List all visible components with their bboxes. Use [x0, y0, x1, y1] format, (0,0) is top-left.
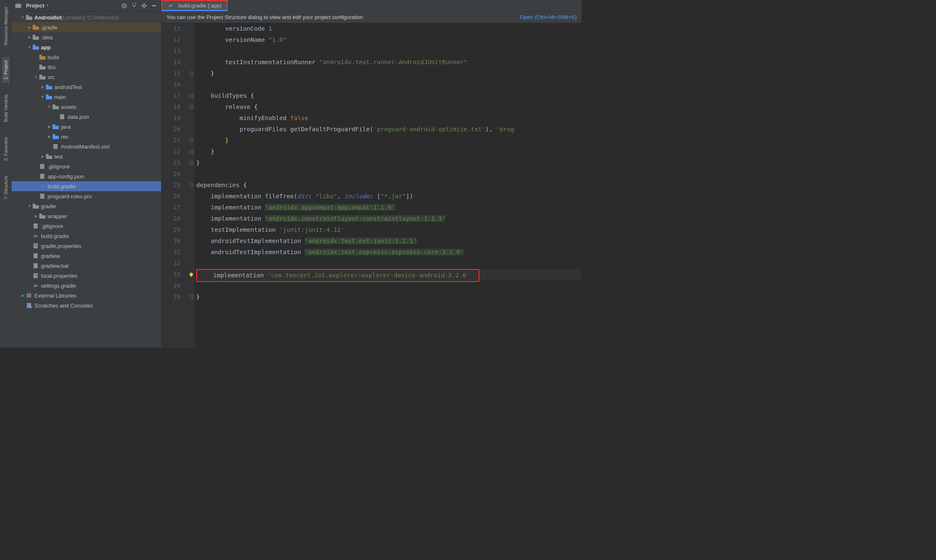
code-line[interactable]: versionName "1.0" — [196, 34, 582, 46]
line-number[interactable]: 35 — [161, 291, 180, 303]
gutter-tab[interactable]: 2: Favorites — [2, 134, 10, 164]
tree-file[interactable]: ▶build.gradle — [12, 181, 161, 191]
fold-marker[interactable] — [188, 146, 195, 157]
line-number[interactable]: 23 — [161, 157, 180, 168]
code-line[interactable]: proguardFiles getDefaultProguardFile('pr… — [196, 124, 582, 135]
project-tree[interactable]: ▼AndroidIot [Location]C:\AndroidIot▶.gra… — [12, 12, 161, 348]
line-number[interactable]: 25 — [161, 180, 180, 191]
gutter-tab[interactable]: 7: Structure — [2, 173, 10, 203]
code-line[interactable]: implementation 'androidx.appcompat:appco… — [196, 202, 582, 213]
expand-arrow-icon[interactable]: ▼ — [46, 105, 52, 109]
info-link[interactable]: Open (Ctrl+Alt+Shift+S) — [520, 14, 577, 20]
code-line[interactable] — [196, 168, 582, 180]
code-line[interactable]: implementation 'com.tencent.iot.explorer… — [196, 269, 582, 280]
gutter-tab[interactable]: 1: Project — [2, 57, 10, 83]
line-number[interactable]: 22 — [161, 146, 180, 157]
line-number[interactable]: 13 — [161, 46, 180, 57]
code-line[interactable]: implementation fileTree(dir: "libs", inc… — [196, 191, 582, 202]
expand-arrow-icon[interactable]: ▶ — [26, 25, 32, 29]
line-number[interactable]: 17 — [161, 90, 180, 101]
tree-folder[interactable]: ▼gradle — [12, 201, 161, 211]
tree-file[interactable]: ▶{}app-config.json — [12, 171, 161, 181]
code-line[interactable]: release { — [196, 101, 582, 113]
tree-file[interactable]: ▶proguard-rules.pro — [12, 191, 161, 201]
tree-file[interactable]: ▶{}data.json — [12, 112, 161, 122]
expand-arrow-icon[interactable]: ▶ — [46, 135, 52, 139]
code-line[interactable]: versionCode 1 — [196, 23, 582, 34]
code-line[interactable]: } — [196, 68, 582, 79]
code-line[interactable]: testInstrumentationRunner "androidx.test… — [196, 57, 582, 68]
gutter-tab[interactable]: Resource Manager — [2, 3, 10, 49]
intention-bulb-icon[interactable] — [188, 269, 195, 280]
expand-arrow-icon[interactable]: ▶ — [20, 293, 26, 298]
tree-folder[interactable]: ▶test — [12, 151, 161, 161]
tree-folder[interactable]: ▶wrapper — [12, 211, 161, 221]
code-line[interactable]: } — [196, 291, 582, 303]
tree-folder[interactable]: ▼app — [12, 42, 161, 52]
expand-arrow-icon[interactable]: ▶ — [40, 85, 46, 89]
line-number[interactable]: 21 — [161, 135, 180, 146]
line-number[interactable]: 16 — [161, 79, 180, 90]
tree-folder[interactable]: ▶build — [12, 52, 161, 62]
sidebar-mode[interactable]: Project ▼ — [26, 2, 49, 9]
line-number[interactable]: 18 — [161, 101, 180, 113]
code-line[interactable]: testImplementation 'junit:junit:4.12' — [196, 224, 582, 236]
line-gutter[interactable]: 1112131415161718192021222324252627282930… — [161, 23, 188, 348]
line-number[interactable]: 12 — [161, 34, 180, 46]
expand-arrow-icon[interactable]: ▶ — [46, 125, 52, 129]
tree-folder[interactable]: ▶libs — [12, 62, 161, 72]
line-number[interactable]: 26 — [161, 191, 180, 202]
expand-arrow-icon[interactable]: ▶ — [33, 214, 39, 218]
code-line[interactable] — [196, 258, 582, 269]
tree-folder[interactable]: ▶java — [12, 122, 161, 132]
code-line[interactable]: minifyEnabled false — [196, 113, 582, 124]
tree-file[interactable]: ▶local.properties — [12, 271, 161, 281]
fold-marker[interactable] — [188, 101, 195, 113]
code-line[interactable] — [196, 79, 582, 90]
tree-folder[interactable]: ▶External Libraries — [12, 291, 161, 300]
gutter-tab[interactable]: Build Variants — [2, 91, 10, 125]
line-number[interactable]: 31 — [161, 247, 180, 258]
expand-arrow-icon[interactable]: ▼ — [40, 95, 46, 99]
tree-folder[interactable]: ▶.idea — [12, 32, 161, 42]
tree-file[interactable]: ▶build.gradle — [12, 231, 161, 241]
code-line[interactable]: implementation 'androidx.constraintlayou… — [196, 213, 582, 224]
expand-arrow-icon[interactable]: ▶ — [26, 35, 32, 39]
line-number[interactable]: 33 — [161, 269, 180, 280]
tree-folder[interactable]: ▼src — [12, 72, 161, 82]
tree-folder[interactable]: ▼AndroidIot [Location]C:\AndroidIot — [12, 12, 161, 22]
fold-marker[interactable] — [188, 291, 195, 303]
line-number[interactable]: 11 — [161, 23, 180, 34]
tree-file[interactable]: ▶settings.gradle — [12, 281, 161, 291]
line-number[interactable]: 30 — [161, 236, 180, 247]
line-number[interactable]: 19 — [161, 113, 180, 124]
fold-marker[interactable] — [188, 157, 195, 168]
fold-marker[interactable] — [188, 68, 195, 79]
line-number[interactable]: 27 — [161, 202, 180, 213]
code-line[interactable]: } — [196, 146, 582, 157]
tree-folder[interactable]: ▶res — [12, 132, 161, 142]
tree-file[interactable]: ▶AndroidManifest.xml — [12, 142, 161, 151]
line-number[interactable]: 24 — [161, 168, 180, 180]
collapse-icon[interactable] — [130, 2, 138, 10]
tree-folder[interactable]: ▼main — [12, 92, 161, 102]
fold-marker[interactable] — [188, 90, 195, 101]
code-line[interactable]: buildTypes { — [196, 90, 582, 101]
line-number[interactable]: 14 — [161, 57, 180, 68]
tree-file[interactable]: ▶gradlew.bat — [12, 261, 161, 271]
tree-folder[interactable]: ▼assets — [12, 102, 161, 112]
tree-folder[interactable]: ▶androidTest — [12, 82, 161, 92]
code-text[interactable]: versionCode 1 versionName "1.0" testInst… — [195, 23, 582, 348]
line-number[interactable]: 34 — [161, 280, 180, 291]
tab-build-gradle[interactable]: build.gradle (:app) — [161, 0, 228, 11]
tree-file[interactable]: ▶.gitignore — [12, 221, 161, 231]
code-line[interactable] — [196, 46, 582, 57]
tree-file[interactable]: ▶gradle.properties — [12, 241, 161, 251]
line-number[interactable]: 32 — [161, 258, 180, 269]
fold-gutter[interactable] — [188, 23, 195, 348]
code-line[interactable]: } — [196, 157, 582, 168]
expand-arrow-icon[interactable]: ▼ — [33, 75, 39, 79]
tree-folder[interactable]: ▶.gradle — [12, 22, 161, 32]
fold-marker[interactable] — [188, 180, 195, 191]
code-line[interactable]: } — [196, 135, 582, 146]
